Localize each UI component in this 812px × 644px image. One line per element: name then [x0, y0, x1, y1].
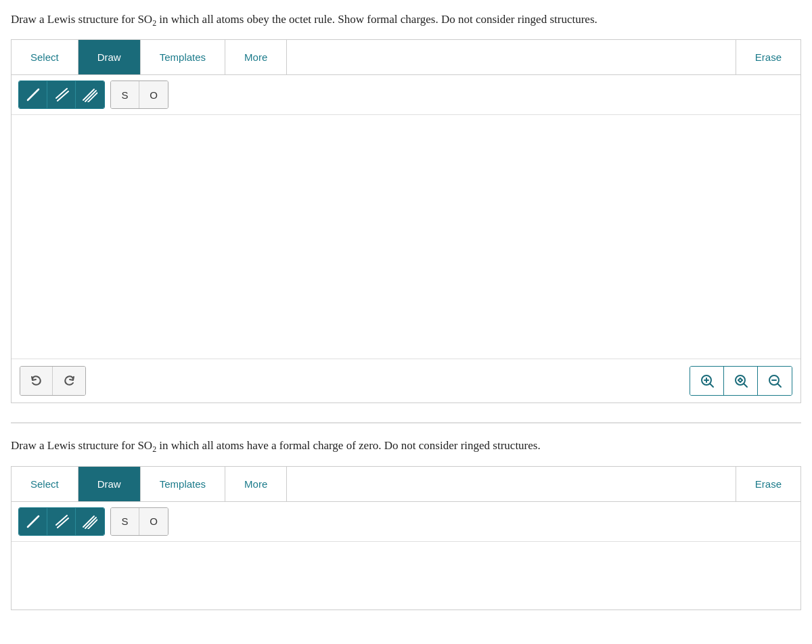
sulfur-button-1[interactable]: S	[111, 81, 139, 108]
more-button-1[interactable]: More	[225, 40, 287, 74]
toolbar2: Select Draw Templates More Erase	[12, 467, 800, 502]
canvas-1[interactable]	[12, 115, 800, 359]
triple-bond-button-2[interactable]	[76, 508, 104, 535]
undo-button-1[interactable]	[20, 367, 53, 395]
bottom-controls-1	[12, 359, 800, 402]
question1-text: Draw a Lewis structure for SO2 in which …	[11, 11, 796, 30]
draw-button-2[interactable]: Draw	[78, 467, 141, 501]
zoom-in-button-1[interactable]	[690, 367, 724, 395]
triple-bond-button-1[interactable]	[76, 81, 104, 108]
double-bond-button-2[interactable]	[47, 508, 76, 535]
erase-button-1[interactable]: Erase	[736, 40, 800, 74]
atom-group-1: S O	[110, 80, 168, 109]
svg-line-0	[28, 89, 39, 100]
editor1: Select Draw Templates More Erase	[11, 39, 801, 403]
single-bond-button-2[interactable]	[19, 508, 47, 535]
svg-line-15	[28, 516, 39, 527]
more-button-2[interactable]: More	[225, 467, 287, 501]
oxygen-button-2[interactable]: O	[139, 508, 168, 535]
bond-group-1	[18, 80, 105, 109]
toolbar1: Select Draw Templates More Erase	[12, 40, 800, 75]
select-button-2[interactable]: Select	[12, 467, 78, 501]
question2-text: Draw a Lewis structure for SO2 in which …	[11, 437, 796, 456]
svg-line-14	[778, 384, 782, 388]
canvas-2[interactable]	[12, 542, 800, 610]
zoom-out-button-1[interactable]	[758, 367, 792, 395]
sulfur-button-2[interactable]: S	[111, 508, 139, 535]
draw-tools-2: S O	[12, 502, 800, 542]
erase-button-2[interactable]: Erase	[736, 467, 800, 501]
oxygen-button-1[interactable]: O	[139, 81, 168, 108]
draw-button-1[interactable]: Draw	[78, 40, 141, 74]
templates-button-1[interactable]: Templates	[141, 40, 225, 74]
templates-button-2[interactable]: Templates	[141, 467, 225, 501]
bond-group-2	[18, 507, 105, 536]
history-group-1	[20, 366, 86, 396]
editor2: Select Draw Templates More Erase	[11, 466, 801, 610]
svg-line-11	[744, 384, 747, 388]
select-button-1[interactable]: Select	[12, 40, 78, 74]
zoom-group-1	[690, 366, 792, 396]
zoom-fit-button-1[interactable]	[724, 367, 758, 395]
redo-button-1[interactable]	[53, 367, 85, 395]
draw-tools-1: S O	[12, 75, 800, 115]
single-bond-button-1[interactable]	[19, 81, 47, 108]
atom-group-2: S O	[110, 507, 168, 536]
double-bond-button-1[interactable]	[47, 81, 76, 108]
svg-line-9	[710, 384, 713, 388]
